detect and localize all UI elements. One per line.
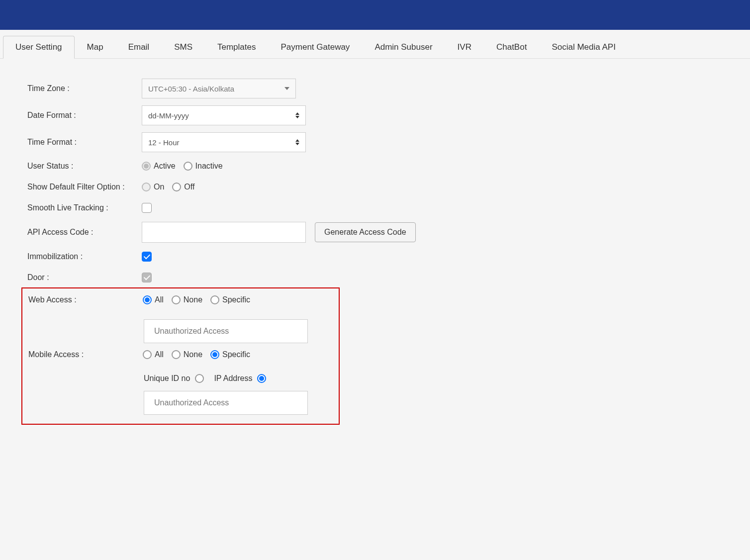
tab-social-media-api[interactable]: Social Media API xyxy=(539,36,628,58)
door-label: Door : xyxy=(27,273,142,282)
unique-id-label: Unique ID no xyxy=(144,374,190,383)
mobile-access-specific-radio[interactable]: Specific xyxy=(210,350,250,359)
web-unauthorized-input[interactable]: Unauthorized Access xyxy=(144,319,308,343)
tab-user-setting[interactable]: User Setting xyxy=(3,36,75,59)
tab-templates[interactable]: Templates xyxy=(205,36,268,58)
radio-icon xyxy=(172,350,181,359)
filter-off-radio[interactable]: Off xyxy=(172,183,194,191)
status-active-radio[interactable]: Active xyxy=(142,162,176,171)
date-format-select[interactable]: dd-MM-yyyy xyxy=(142,105,306,125)
ip-address-radio[interactable] xyxy=(257,374,266,383)
radio-icon xyxy=(195,374,204,383)
mobile-access-none-radio[interactable]: None xyxy=(172,350,202,359)
tab-email[interactable]: Email xyxy=(116,36,162,58)
web-access-specific-radio[interactable]: Specific xyxy=(210,295,250,304)
timezone-value: UTC+05:30 - Asia/Kolkata xyxy=(148,85,234,93)
date-format-value: dd-MM-yyyy xyxy=(148,111,189,120)
smooth-tracking-label: Smooth Live Tracking : xyxy=(27,203,142,212)
ip-address-label: IP Address xyxy=(214,374,252,383)
immobilization-checkbox[interactable] xyxy=(142,252,152,262)
radio-icon xyxy=(210,350,219,359)
smooth-tracking-checkbox[interactable] xyxy=(142,203,152,213)
date-format-label: Date Format : xyxy=(27,111,142,120)
access-highlight-box: Web Access : All None Specific Unauthori… xyxy=(21,287,340,425)
web-access-none-radio[interactable]: None xyxy=(172,295,202,304)
mobile-access-all-text: All xyxy=(155,350,164,359)
unique-id-radio[interactable] xyxy=(195,374,204,383)
status-inactive-radio[interactable]: Inactive xyxy=(184,162,223,171)
radio-icon xyxy=(257,374,266,383)
radio-icon xyxy=(142,162,151,171)
top-header-bar xyxy=(0,0,750,30)
radio-icon xyxy=(143,350,152,359)
radio-icon xyxy=(142,183,151,191)
default-filter-label: Show Default Filter Option : xyxy=(27,183,142,191)
filter-on-text: On xyxy=(154,183,164,191)
mobile-access-label: Mobile Access : xyxy=(27,350,143,359)
radio-icon xyxy=(184,162,192,171)
door-checkbox xyxy=(142,273,152,282)
tab-map[interactable]: Map xyxy=(75,36,116,58)
tab-admin-subuser[interactable]: Admin Subuser xyxy=(362,36,445,58)
timezone-select[interactable]: UTC+05:30 - Asia/Kolkata xyxy=(142,79,296,98)
settings-form: Time Zone : UTC+05:30 - Asia/Kolkata Dat… xyxy=(0,59,647,445)
radio-icon xyxy=(172,183,181,191)
web-access-all-radio[interactable]: All xyxy=(143,295,164,304)
tab-chatbot[interactable]: ChatBot xyxy=(484,36,539,58)
filter-on-radio[interactable]: On xyxy=(142,183,164,191)
immobilization-label: Immobilization : xyxy=(27,252,142,261)
tab-sms[interactable]: SMS xyxy=(162,36,205,58)
api-code-input[interactable] xyxy=(142,222,306,243)
radio-icon xyxy=(143,295,152,304)
mobile-access-specific-text: Specific xyxy=(222,350,250,359)
status-inactive-text: Inactive xyxy=(195,162,223,171)
chevron-down-icon xyxy=(284,87,289,90)
radio-icon xyxy=(172,295,181,304)
web-access-none-text: None xyxy=(184,295,202,304)
timezone-label: Time Zone : xyxy=(27,84,142,93)
time-format-value: 12 - Hour xyxy=(148,138,180,147)
sort-icon xyxy=(295,139,299,145)
api-code-label: API Access Code : xyxy=(27,228,142,237)
tab-ivr[interactable]: IVR xyxy=(445,36,484,58)
web-access-all-text: All xyxy=(155,295,164,304)
mobile-access-none-text: None xyxy=(184,350,202,359)
web-access-specific-text: Specific xyxy=(222,295,250,304)
sort-icon xyxy=(295,112,299,118)
radio-icon xyxy=(210,295,219,304)
status-active-text: Active xyxy=(154,162,176,171)
user-status-label: User Status : xyxy=(27,162,142,171)
tab-payment-gateway[interactable]: Payment Gateway xyxy=(268,36,362,58)
generate-access-code-button[interactable]: Generate Access Code xyxy=(315,222,416,242)
time-format-select[interactable]: 12 - Hour xyxy=(142,132,306,152)
web-access-label: Web Access : xyxy=(27,295,143,304)
tabs-bar: User Setting Map Email SMS Templates Pay… xyxy=(0,30,750,59)
mobile-access-all-radio[interactable]: All xyxy=(143,350,164,359)
filter-off-text: Off xyxy=(184,183,194,191)
time-format-label: Time Format : xyxy=(27,138,142,147)
mobile-unauthorized-input[interactable]: Unauthorized Access xyxy=(144,391,308,415)
